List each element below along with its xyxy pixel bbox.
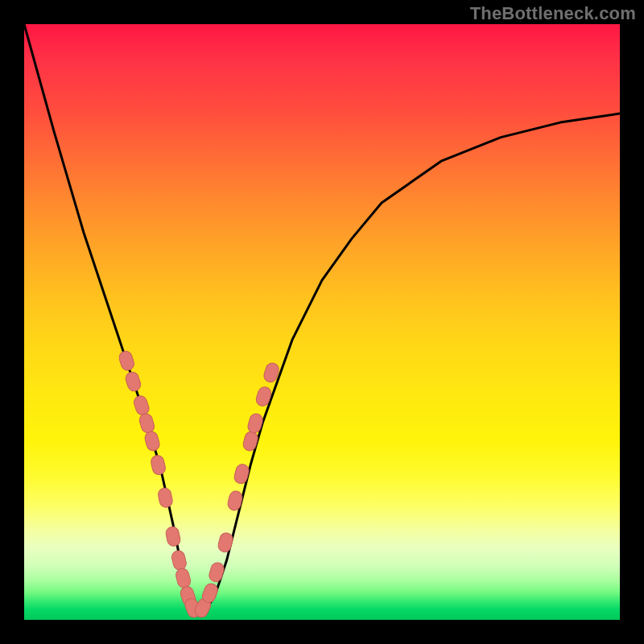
svg-rect-14 — [208, 561, 225, 584]
svg-rect-5 — [150, 454, 167, 476]
curve-line — [24, 24, 620, 614]
chart-container: TheBottleneck.com — [0, 0, 644, 644]
svg-rect-6 — [157, 487, 174, 509]
svg-rect-2 — [132, 394, 151, 417]
svg-rect-7 — [165, 526, 182, 547]
svg-rect-3 — [138, 412, 155, 435]
svg-rect-17 — [233, 463, 250, 485]
svg-rect-8 — [171, 549, 188, 571]
svg-rect-16 — [226, 489, 243, 511]
svg-rect-1 — [124, 370, 142, 393]
svg-rect-9 — [175, 568, 192, 589]
svg-rect-4 — [143, 430, 161, 452]
svg-rect-0 — [118, 349, 135, 372]
svg-rect-18 — [242, 430, 259, 452]
watermark-text: TheBottleneck.com — [470, 3, 636, 24]
curve-svg — [24, 24, 620, 620]
svg-rect-19 — [246, 412, 264, 435]
plot-area — [24, 24, 620, 620]
svg-rect-15 — [217, 531, 233, 553]
data-markers — [118, 349, 280, 619]
